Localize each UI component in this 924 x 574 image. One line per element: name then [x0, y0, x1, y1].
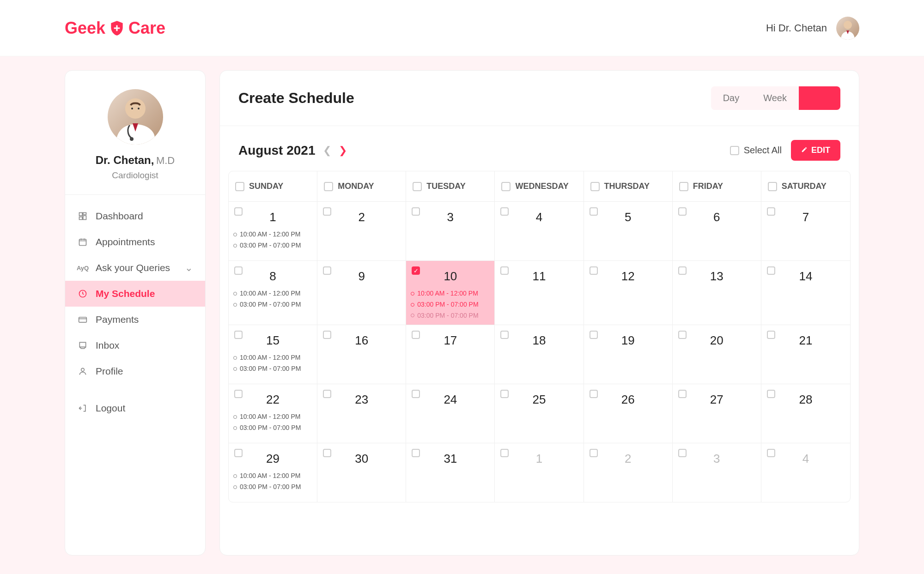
calendar-cell[interactable]: 5 [584, 201, 673, 260]
calendar-cell[interactable]: 9 [317, 260, 406, 325]
day-checkbox[interactable] [590, 390, 598, 398]
calendar-cell[interactable]: 4 [495, 201, 584, 260]
weekday-checkbox[interactable] [679, 182, 688, 191]
day-checkbox[interactable] [678, 449, 687, 457]
day-checkbox[interactable] [412, 390, 420, 398]
select-all[interactable]: Select All [730, 145, 782, 156]
day-checkbox[interactable] [323, 207, 331, 216]
calendar-cell[interactable]: 3 [673, 443, 761, 502]
calendar-cell[interactable]: 810:00 AM - 12:00 PM03:00 PM - 07:00 PM [229, 260, 317, 325]
calendar-cell[interactable]: 12 [584, 260, 673, 325]
day-checkbox[interactable] [767, 390, 775, 398]
calendar-cell[interactable]: 4 [761, 443, 850, 502]
event-slot[interactable]: 10:00 AM - 12:00 PM [411, 288, 490, 299]
view-day-button[interactable]: Day [711, 86, 752, 110]
nav-my-schedule[interactable]: My Schedule [65, 281, 205, 307]
avatar[interactable] [836, 17, 859, 40]
select-all-checkbox[interactable] [730, 146, 739, 155]
day-checkbox[interactable] [678, 331, 687, 339]
event-slot[interactable]: 03:00 PM - 07:00 PM [411, 310, 490, 321]
day-checkbox[interactable] [412, 207, 420, 216]
calendar-cell[interactable]: 28 [761, 384, 850, 443]
day-checkbox[interactable] [412, 331, 420, 339]
event-slot[interactable]: 10:00 AM - 12:00 PM [233, 352, 312, 363]
calendar-cell[interactable]: 31 [406, 443, 495, 502]
day-checkbox[interactable] [500, 390, 509, 398]
event-slot[interactable]: 10:00 AM - 12:00 PM [233, 411, 312, 423]
calendar-cell[interactable]: 20 [673, 325, 761, 384]
event-slot[interactable]: 03:00 PM - 07:00 PM [411, 299, 490, 310]
calendar-cell[interactable]: 21 [761, 325, 850, 384]
day-checkbox[interactable] [323, 449, 331, 457]
calendar-cell[interactable]: 1 [495, 443, 584, 502]
day-checkbox[interactable] [323, 331, 331, 339]
event-slot[interactable]: 03:00 PM - 07:00 PM [233, 423, 312, 434]
edit-button[interactable]: EDIT [791, 140, 840, 161]
day-checkbox[interactable] [500, 207, 509, 216]
day-checkbox[interactable] [590, 331, 598, 339]
day-checkbox[interactable] [590, 266, 598, 275]
calendar-cell[interactable]: 1510:00 AM - 12:00 PM03:00 PM - 07:00 PM [229, 325, 317, 384]
calendar-cell[interactable]: 25 [495, 384, 584, 443]
calendar-cell[interactable]: 26 [584, 384, 673, 443]
calendar-cell[interactable]: 16 [317, 325, 406, 384]
weekday-checkbox[interactable] [235, 182, 244, 191]
day-checkbox[interactable] [500, 266, 509, 275]
calendar-cell[interactable]: 7 [761, 201, 850, 260]
calendar-cell[interactable]: 19 [584, 325, 673, 384]
weekday-checkbox[interactable] [324, 182, 333, 191]
calendar-cell[interactable]: 2210:00 AM - 12:00 PM03:00 PM - 07:00 PM [229, 384, 317, 443]
day-checkbox[interactable] [767, 207, 775, 216]
calendar-cell[interactable]: 2910:00 AM - 12:00 PM03:00 PM - 07:00 PM [229, 443, 317, 502]
day-checkbox[interactable] [767, 449, 775, 457]
day-checkbox[interactable] [678, 266, 687, 275]
nav-ask-your-queries[interactable]: AyQ Ask your Queries ⌄ [65, 255, 205, 281]
calendar-cell[interactable]: 18 [495, 325, 584, 384]
view-week-button[interactable]: Week [751, 86, 799, 110]
calendar-cell[interactable]: 17 [406, 325, 495, 384]
event-slot[interactable]: 03:00 PM - 07:00 PM [233, 482, 312, 493]
weekday-checkbox[interactable] [768, 182, 777, 191]
next-month-icon[interactable]: ❯ [339, 145, 347, 157]
weekday-checkbox[interactable] [413, 182, 422, 191]
calendar-cell[interactable]: 3 [406, 201, 495, 260]
calendar-cell[interactable]: 110:00 AM - 12:00 PM03:00 PM - 07:00 PM [229, 201, 317, 260]
weekday-checkbox[interactable] [501, 182, 511, 191]
day-checkbox[interactable] [323, 266, 331, 275]
day-checkbox[interactable] [678, 390, 687, 398]
logo[interactable]: Geek Care [65, 18, 165, 38]
nav-dashboard[interactable]: Dashboard [65, 203, 205, 229]
event-slot[interactable]: 10:00 AM - 12:00 PM [233, 471, 312, 482]
day-checkbox[interactable] [234, 449, 243, 457]
day-checkbox[interactable] [412, 449, 420, 457]
calendar-cell[interactable]: 2 [317, 201, 406, 260]
day-checkbox[interactable] [234, 266, 243, 275]
day-checkbox[interactable] [767, 266, 775, 275]
nav-profile[interactable]: Profile [65, 358, 205, 384]
calendar-cell[interactable]: 14 [761, 260, 850, 325]
nav-logout[interactable]: Logout [65, 395, 205, 421]
day-checkbox[interactable] [767, 331, 775, 339]
day-checkbox[interactable] [590, 207, 598, 216]
calendar-cell[interactable]: ✓1010:00 AM - 12:00 PM03:00 PM - 07:00 P… [406, 260, 495, 325]
weekday-checkbox[interactable] [590, 182, 600, 191]
event-slot[interactable]: 03:00 PM - 07:00 PM [233, 363, 312, 375]
event-slot[interactable]: 10:00 AM - 12:00 PM [233, 229, 312, 240]
nav-payments[interactable]: Payments [65, 307, 205, 332]
calendar-cell[interactable]: 13 [673, 260, 761, 325]
nav-inbox[interactable]: Inbox [65, 332, 205, 358]
calendar-cell[interactable]: 23 [317, 384, 406, 443]
view-month-button[interactable] [799, 86, 840, 110]
day-checkbox[interactable] [234, 390, 243, 398]
event-slot[interactable]: 03:00 PM - 07:00 PM [233, 240, 312, 251]
day-checkbox[interactable] [500, 331, 509, 339]
calendar-cell[interactable]: 30 [317, 443, 406, 502]
day-checkbox[interactable] [590, 449, 598, 457]
prev-month-icon[interactable]: ❮ [323, 145, 331, 157]
day-checkbox[interactable] [234, 331, 243, 339]
day-checkbox[interactable] [678, 207, 687, 216]
nav-appointments[interactable]: Appointments [65, 229, 205, 255]
calendar-cell[interactable]: 11 [495, 260, 584, 325]
profile-avatar[interactable] [108, 89, 163, 145]
day-checkbox[interactable]: ✓ [412, 266, 420, 275]
